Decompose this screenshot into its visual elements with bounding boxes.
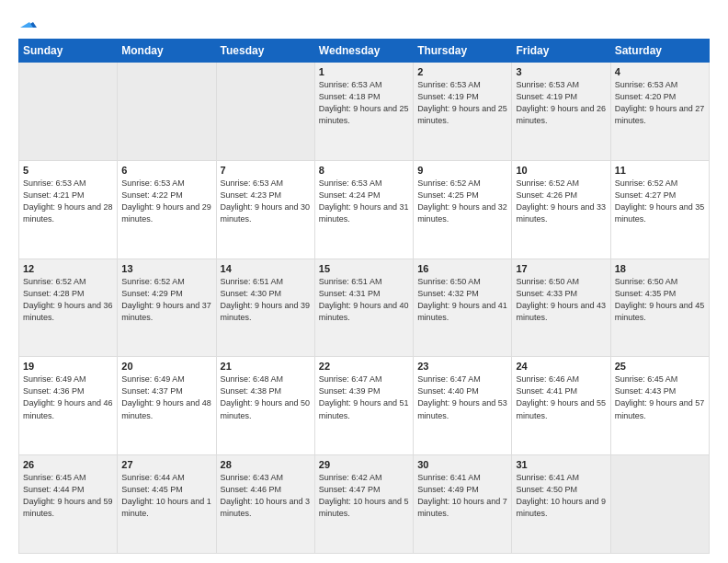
day-info: Sunrise: 6:53 AM Sunset: 4:19 PM Dayligh… [516, 79, 606, 127]
calendar-cell: 8Sunrise: 6:53 AM Sunset: 4:24 PM Daylig… [314, 160, 413, 259]
day-number: 6 [121, 165, 211, 176]
day-info: Sunrise: 6:44 AM Sunset: 4:45 PM Dayligh… [121, 472, 211, 520]
calendar-cell: 2Sunrise: 6:53 AM Sunset: 4:19 PM Daylig… [414, 63, 512, 161]
day-info: Sunrise: 6:45 AM Sunset: 4:43 PM Dayligh… [615, 373, 705, 421]
day-number: 1 [319, 66, 409, 77]
calendar-cell: 13Sunrise: 6:52 AM Sunset: 4:29 PM Dayli… [118, 259, 216, 357]
calendar-cell: 16Sunrise: 6:50 AM Sunset: 4:32 PM Dayli… [414, 259, 512, 357]
calendar-cell: 20Sunrise: 6:49 AM Sunset: 4:37 PM Dayli… [118, 357, 216, 455]
calendar-cell [216, 63, 314, 161]
weekday-header-saturday: Saturday [610, 40, 709, 63]
calendar-table: SundayMondayTuesdayWednesdayThursdayFrid… [18, 39, 710, 554]
day-number: 8 [319, 165, 409, 176]
day-number: 18 [615, 263, 705, 274]
calendar-cell: 1Sunrise: 6:53 AM Sunset: 4:18 PM Daylig… [314, 63, 413, 161]
day-number: 23 [417, 361, 507, 372]
day-info: Sunrise: 6:53 AM Sunset: 4:19 PM Dayligh… [417, 79, 507, 127]
day-info: Sunrise: 6:52 AM Sunset: 4:29 PM Dayligh… [121, 276, 211, 324]
weekday-header-monday: Monday [118, 40, 216, 63]
day-number: 3 [516, 66, 606, 77]
day-info: Sunrise: 6:41 AM Sunset: 4:50 PM Dayligh… [516, 472, 606, 520]
day-number: 29 [319, 459, 409, 470]
day-info: Sunrise: 6:49 AM Sunset: 4:37 PM Dayligh… [121, 373, 211, 421]
day-number: 15 [319, 263, 409, 274]
day-number: 27 [121, 459, 211, 470]
calendar-cell: 19Sunrise: 6:49 AM Sunset: 4:36 PM Dayli… [19, 357, 118, 455]
day-number: 25 [615, 361, 705, 372]
weekday-header-tuesday: Tuesday [216, 40, 314, 63]
calendar-week-row: 19Sunrise: 6:49 AM Sunset: 4:36 PM Dayli… [19, 357, 710, 455]
calendar-cell: 28Sunrise: 6:43 AM Sunset: 4:46 PM Dayli… [216, 455, 314, 554]
calendar-cell: 9Sunrise: 6:52 AM Sunset: 4:25 PM Daylig… [414, 160, 512, 259]
logo-icon [20, 15, 37, 31]
calendar-header-row: SundayMondayTuesdayWednesdayThursdayFrid… [19, 40, 710, 63]
weekday-header-wednesday: Wednesday [314, 40, 413, 63]
weekday-header-thursday: Thursday [414, 40, 512, 63]
day-number: 22 [319, 361, 409, 372]
calendar-week-row: 12Sunrise: 6:52 AM Sunset: 4:28 PM Dayli… [19, 259, 710, 357]
svg-marker-1 [20, 22, 33, 28]
day-number: 16 [417, 263, 507, 274]
calendar-cell: 22Sunrise: 6:47 AM Sunset: 4:39 PM Dayli… [314, 357, 413, 455]
calendar-week-row: 26Sunrise: 6:45 AM Sunset: 4:44 PM Dayli… [19, 455, 710, 554]
day-info: Sunrise: 6:52 AM Sunset: 4:28 PM Dayligh… [23, 276, 113, 324]
day-info: Sunrise: 6:52 AM Sunset: 4:25 PM Dayligh… [417, 178, 507, 225]
calendar-cell: 11Sunrise: 6:52 AM Sunset: 4:27 PM Dayli… [610, 160, 709, 259]
day-info: Sunrise: 6:52 AM Sunset: 4:27 PM Dayligh… [615, 178, 705, 225]
calendar-cell: 18Sunrise: 6:50 AM Sunset: 4:35 PM Dayli… [610, 259, 709, 357]
day-number: 21 [221, 361, 311, 372]
day-info: Sunrise: 6:47 AM Sunset: 4:39 PM Dayligh… [319, 373, 409, 421]
calendar-cell: 5Sunrise: 6:53 AM Sunset: 4:21 PM Daylig… [19, 160, 118, 259]
day-number: 31 [516, 459, 606, 470]
day-number: 30 [417, 459, 507, 470]
calendar-week-row: 5Sunrise: 6:53 AM Sunset: 4:21 PM Daylig… [19, 160, 710, 259]
day-number: 17 [516, 263, 606, 274]
weekday-header-friday: Friday [512, 40, 610, 63]
calendar-cell: 21Sunrise: 6:48 AM Sunset: 4:38 PM Dayli… [216, 357, 314, 455]
calendar-cell: 7Sunrise: 6:53 AM Sunset: 4:23 PM Daylig… [216, 160, 314, 259]
day-info: Sunrise: 6:51 AM Sunset: 4:30 PM Dayligh… [221, 276, 311, 324]
day-number: 26 [23, 459, 113, 470]
day-number: 14 [221, 263, 311, 274]
calendar-cell: 24Sunrise: 6:46 AM Sunset: 4:41 PM Dayli… [512, 357, 610, 455]
day-number: 10 [516, 165, 606, 176]
calendar-cell: 17Sunrise: 6:50 AM Sunset: 4:33 PM Dayli… [512, 259, 610, 357]
calendar-cell: 25Sunrise: 6:45 AM Sunset: 4:43 PM Dayli… [610, 357, 709, 455]
day-number: 4 [615, 66, 705, 77]
day-info: Sunrise: 6:53 AM Sunset: 4:24 PM Dayligh… [319, 178, 409, 225]
day-info: Sunrise: 6:53 AM Sunset: 4:22 PM Dayligh… [121, 178, 211, 225]
day-info: Sunrise: 6:46 AM Sunset: 4:41 PM Dayligh… [516, 373, 606, 421]
calendar-cell: 30Sunrise: 6:41 AM Sunset: 4:49 PM Dayli… [414, 455, 512, 554]
calendar-week-row: 1Sunrise: 6:53 AM Sunset: 4:18 PM Daylig… [19, 63, 710, 161]
page: SundayMondayTuesdayWednesdayThursdayFrid… [0, 0, 728, 563]
day-info: Sunrise: 6:53 AM Sunset: 4:23 PM Dayligh… [221, 178, 311, 225]
calendar-cell: 23Sunrise: 6:47 AM Sunset: 4:40 PM Dayli… [414, 357, 512, 455]
calendar-cell: 29Sunrise: 6:42 AM Sunset: 4:47 PM Dayli… [314, 455, 413, 554]
day-number: 11 [615, 165, 705, 176]
day-number: 19 [23, 361, 113, 372]
weekday-header-sunday: Sunday [19, 40, 118, 63]
calendar-cell: 15Sunrise: 6:51 AM Sunset: 4:31 PM Dayli… [314, 259, 413, 357]
day-info: Sunrise: 6:53 AM Sunset: 4:21 PM Dayligh… [23, 178, 113, 225]
calendar-cell: 26Sunrise: 6:45 AM Sunset: 4:44 PM Dayli… [19, 455, 118, 554]
day-number: 28 [221, 459, 311, 470]
day-info: Sunrise: 6:41 AM Sunset: 4:49 PM Dayligh… [417, 472, 507, 520]
calendar-cell [118, 63, 216, 161]
day-info: Sunrise: 6:52 AM Sunset: 4:26 PM Dayligh… [516, 178, 606, 225]
day-info: Sunrise: 6:53 AM Sunset: 4:20 PM Dayligh… [615, 79, 705, 127]
day-number: 12 [23, 263, 113, 274]
logo [18, 15, 37, 29]
day-info: Sunrise: 6:50 AM Sunset: 4:33 PM Dayligh… [516, 276, 606, 324]
day-info: Sunrise: 6:51 AM Sunset: 4:31 PM Dayligh… [319, 276, 409, 324]
day-info: Sunrise: 6:45 AM Sunset: 4:44 PM Dayligh… [23, 472, 113, 520]
day-number: 5 [23, 165, 113, 176]
header [18, 15, 710, 29]
day-info: Sunrise: 6:53 AM Sunset: 4:18 PM Dayligh… [319, 79, 409, 127]
calendar-cell: 4Sunrise: 6:53 AM Sunset: 4:20 PM Daylig… [610, 63, 709, 161]
day-info: Sunrise: 6:48 AM Sunset: 4:38 PM Dayligh… [221, 373, 311, 421]
calendar-cell: 27Sunrise: 6:44 AM Sunset: 4:45 PM Dayli… [118, 455, 216, 554]
calendar-cell: 31Sunrise: 6:41 AM Sunset: 4:50 PM Dayli… [512, 455, 610, 554]
day-number: 2 [417, 66, 507, 77]
calendar-cell: 10Sunrise: 6:52 AM Sunset: 4:26 PM Dayli… [512, 160, 610, 259]
day-number: 20 [121, 361, 211, 372]
